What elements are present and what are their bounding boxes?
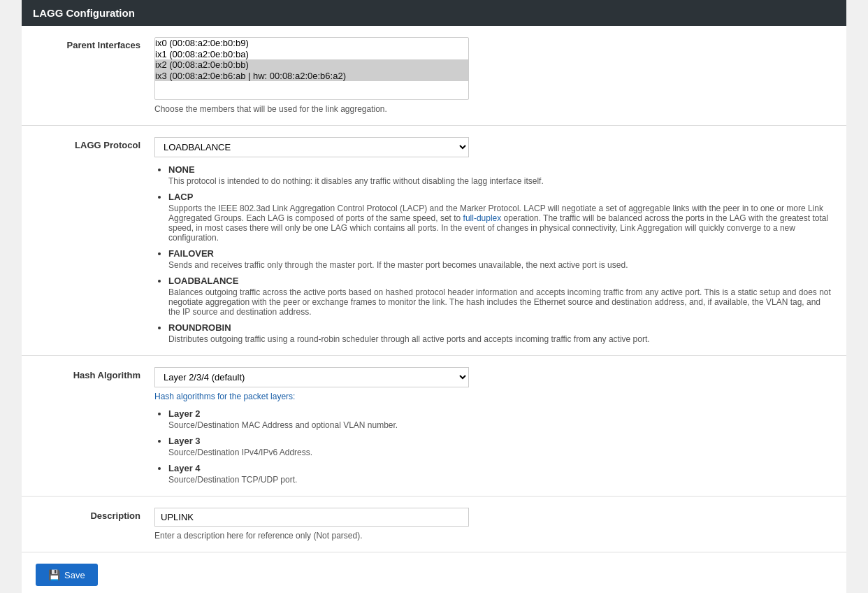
hash-layer4-desc: Source/Destination TCP/UDP port. [168, 475, 832, 485]
list-item[interactable]: ix1 (00:08:a2:0e:b0:ba) [155, 49, 468, 60]
protocol-loadbalance-title: LOADBALANCE [168, 276, 238, 286]
protocol-roundrobin-title: ROUNDROBIN [168, 322, 231, 333]
protocol-roundrobin: ROUNDROBIN Distributes outgoing traffic … [168, 322, 832, 344]
protocol-none-title: NONE [168, 164, 195, 175]
page-header: LAGG Configuration [22, 0, 846, 26]
hash-algorithm-select[interactable]: Layer 2/3/4 (default) Layer 2 Layer 3 La… [154, 367, 469, 387]
hash-descriptions: Layer 2 Source/Destination MAC Address a… [154, 408, 832, 485]
protocol-lacp-desc: Supports the IEEE 802.3ad Link Aggregati… [168, 203, 832, 243]
list-item[interactable]: ix3 (00:08:a2:0e:b6:ab | hw: 00:08:a2:0e… [155, 71, 468, 82]
hash-algorithm-field: Layer 2/3/4 (default) Layer 2 Layer 3 La… [154, 367, 832, 485]
hash-layer2: Layer 2 Source/Destination MAC Address a… [168, 408, 832, 430]
protocol-none: NONE This protocol is intended to do not… [168, 164, 832, 186]
page-title: LAGG Configuration [33, 7, 135, 19]
hash-layer2-title: Layer 2 [168, 408, 201, 419]
hash-layer3-title: Layer 3 [168, 436, 201, 446]
hash-algorithm-row: Hash Algorithm Layer 2/3/4 (default) Lay… [22, 356, 846, 496]
hash-layer4-title: Layer 4 [168, 463, 201, 473]
protocol-failover: FAILOVER Sends and receives traffic only… [168, 248, 832, 270]
parent-interfaces-label: Parent Interfaces [36, 37, 154, 50]
protocol-none-desc: This protocol is intended to do nothing:… [168, 176, 832, 186]
protocol-lacp: LACP Supports the IEEE 802.3ad Link Aggr… [168, 192, 832, 243]
protocol-descriptions: NONE This protocol is intended to do not… [154, 164, 832, 344]
description-help: Enter a description here for reference o… [154, 531, 832, 541]
form-container: Parent Interfaces ix0 (00:08:a2:0e:b0:b9… [22, 26, 846, 593]
description-input[interactable] [154, 508, 469, 527]
protocol-lacp-title: LACP [168, 192, 193, 202]
page-wrapper: LAGG Configuration Parent Interfaces ix0… [22, 0, 846, 593]
hash-layer4: Layer 4 Source/Destination TCP/UDP port. [168, 463, 832, 485]
protocol-failover-desc: Sends and receives traffic only through … [168, 260, 832, 270]
lagg-protocol-label: LAGG Protocol [36, 137, 154, 150]
protocol-failover-title: FAILOVER [168, 248, 214, 259]
hash-help-blue: Hash algorithms for the packet layers: [154, 392, 832, 401]
description-label: Description [36, 508, 154, 521]
hash-algorithm-label: Hash Algorithm [36, 367, 154, 380]
save-button[interactable]: 💾 Save [36, 564, 98, 586]
hash-layer2-desc: Source/Destination MAC Address and optio… [168, 420, 832, 430]
description-field: Enter a description here for reference o… [154, 508, 832, 541]
protocol-loadbalance: LOADBALANCE Balances outgoing traffic ac… [168, 276, 832, 317]
list-item[interactable]: ix0 (00:08:a2:0e:b0:b9) [155, 38, 468, 49]
save-icon: 💾 [48, 569, 60, 580]
lagg-protocol-row: LAGG Protocol NONE LACP FAILOVER LOADBAL… [22, 126, 846, 356]
parent-interfaces-field: ix0 (00:08:a2:0e:b0:b9) ix1 (00:08:a2:0e… [154, 37, 832, 114]
protocol-roundrobin-desc: Distributes outgoing traffic using a rou… [168, 334, 832, 344]
parent-interfaces-help: Choose the members that will be used for… [154, 104, 832, 114]
protocol-loadbalance-desc: Balances outgoing traffic across the act… [168, 287, 832, 317]
save-section: 💾 Save [22, 552, 846, 593]
description-row: Description Enter a description here for… [22, 496, 846, 552]
lagg-protocol-field: NONE LACP FAILOVER LOADBALANCE ROUNDROBI… [154, 137, 832, 344]
list-item[interactable]: ix2 (00:08:a2:0e:b0:bb) [155, 59, 468, 71]
save-label: Save [64, 570, 85, 580]
hash-layer3-desc: Source/Destination IPv4/IPv6 Address. [168, 448, 832, 457]
parent-interfaces-row: Parent Interfaces ix0 (00:08:a2:0e:b0:b9… [22, 26, 846, 126]
hash-layer3: Layer 3 Source/Destination IPv4/IPv6 Add… [168, 436, 832, 457]
lagg-protocol-select[interactable]: NONE LACP FAILOVER LOADBALANCE ROUNDROBI… [154, 137, 469, 157]
parent-interfaces-listbox[interactable]: ix0 (00:08:a2:0e:b0:b9) ix1 (00:08:a2:0e… [154, 37, 469, 100]
